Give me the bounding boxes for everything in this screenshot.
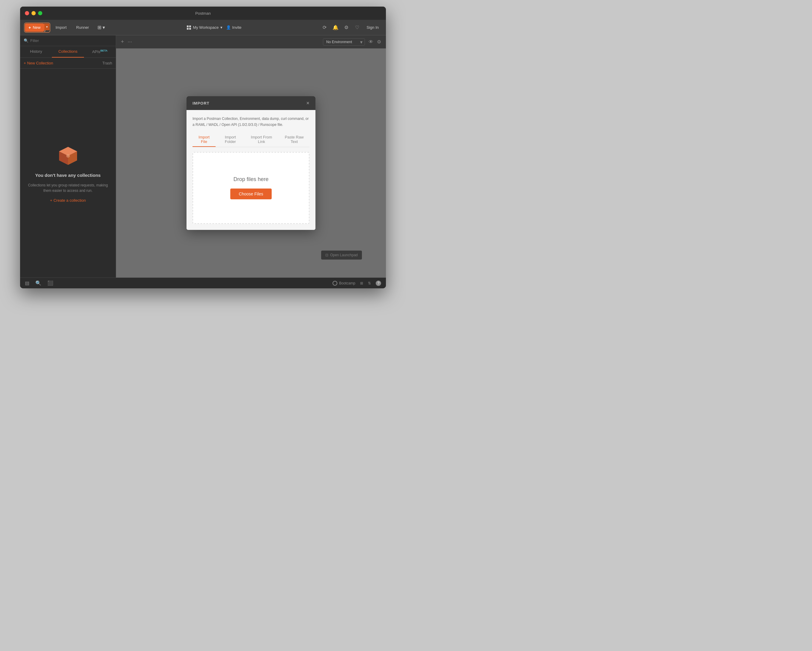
new-collection-label: New Collection [27,61,53,66]
workspace-icon [187,26,191,30]
search-status-icon[interactable]: 🔍 [35,280,41,286]
more-options-icon[interactable]: ··· [128,39,132,45]
bootcamp-icon [333,281,337,286]
content-toolbar-right: No Environment 👁 ⚙ [323,38,381,46]
search-wrapper: 🔍 [24,38,112,43]
minimize-button[interactable] [32,11,36,15]
choose-files-button[interactable]: Choose Files [230,189,272,199]
modal-title: IMPORT [192,101,210,105]
maximize-button[interactable] [38,11,42,15]
add-tab-icon[interactable]: + [121,39,124,45]
sidebar-tab-history[interactable]: History [20,46,52,58]
new-dropdown-button[interactable]: ▾ [44,23,49,30]
history-icon[interactable]: ⟳ [321,24,328,30]
collections-tab-label: Collections [58,49,78,53]
statusbar: ▤ 🔍 ⬛ Bootcamp ⊞ ⇅ ? [20,277,386,288]
invite-icon: 👤 [226,25,231,30]
drop-zone[interactable]: Drop files here Choose Files [192,152,310,224]
apis-tab-label: APIs [92,49,100,54]
eye-icon[interactable]: 👁 [368,39,373,45]
bootcamp-button[interactable]: Bootcamp [333,281,355,286]
history-tab-label: History [30,49,42,53]
content-area: IMPORT × Import a Postman Collection, En… [116,49,386,277]
modal-body: Import a Postman Collection, Environment… [186,110,316,230]
modal-tab-paste-raw[interactable]: Paste Raw Text [279,133,310,147]
import-modal: IMPORT × Import a Postman Collection, En… [186,96,316,230]
window-title: Postman [195,11,211,15]
new-collection-plus-icon: + [24,61,26,66]
statusbar-left: ▤ 🔍 ⬛ [25,280,53,286]
trash-button[interactable]: Trash [102,61,112,66]
workspace-chevron-icon: ▾ [220,25,223,30]
modal-tab-import-link[interactable]: Import From Link [245,133,278,147]
import-file-tab-label: Import File [198,135,210,144]
close-button[interactable] [25,11,29,15]
modal-description: Import a Postman Collection, Environment… [192,116,310,127]
sidebar-tabs: History Collections APIsBETA [20,46,116,58]
create-collection-button[interactable]: + Create a collection [50,198,86,203]
sidebar: 🔍 History Collections APIsBETA + New [20,35,116,277]
plus-icon: + [29,25,31,30]
sidebar-tab-collections[interactable]: Collections [52,46,84,58]
sidebar-actions: + New Collection Trash [20,58,116,69]
modal-close-button[interactable]: × [306,101,310,106]
environment-selector-wrapper: No Environment [323,38,365,46]
main-layout: 🔍 History Collections APIsBETA + New [20,35,386,277]
app-window: Postman + New ▾ Import Runner ⊞ ▾ My Wor… [20,7,386,288]
import-button[interactable]: Import [52,23,70,32]
invite-button[interactable]: 👤 Invite [226,25,241,30]
toolbar-center: My Workspace ▾ 👤 Invite [110,25,319,30]
svg-point-4 [66,154,70,158]
import-folder-tab-label: Import Folder [225,135,236,144]
new-collection-button[interactable]: + New Collection [24,61,53,66]
search-icon: 🔍 [24,38,29,43]
paste-raw-tab-label: Paste Raw Text [285,135,304,144]
modal-tabs: Import File Import Folder Import From Li… [192,133,310,147]
workspace-label: My Workspace [193,25,218,30]
modal-tab-import-folder[interactable]: Import Folder [217,133,244,147]
collections-icon [56,144,80,168]
new-button-wrapper: + New ▾ [25,23,49,32]
extra-toolbar-button[interactable]: ⊞ ▾ [95,23,107,32]
new-button-label: New [33,25,40,30]
sync-icon[interactable]: ⇅ [368,281,371,285]
modal-overlay: IMPORT × Import a Postman Collection, En… [116,49,386,277]
drop-zone-text: Drop files here [233,176,269,183]
create-collection-plus-icon: + [50,198,52,203]
create-collection-label: Create a collection [53,198,86,203]
help-icon[interactable]: ? [376,281,381,286]
workspace-button[interactable]: My Workspace ▾ [187,25,223,30]
search-input[interactable] [30,38,112,43]
modal-header: IMPORT × [186,96,316,110]
sidebar-search: 🔍 [20,35,116,46]
modal-tab-import-file[interactable]: Import File [192,133,215,147]
layout-icon[interactable]: ⊞ [360,281,363,285]
import-link-tab-label: Import From Link [251,135,272,144]
runner-button[interactable]: Runner [73,23,93,32]
toolbar-right: ⟳ 🔔 ⚙ ♡ Sign In [321,24,381,31]
environment-selector[interactable]: No Environment [323,38,365,46]
empty-state-description: Collections let you group related reques… [26,183,110,193]
content-toolbar: + ··· No Environment 👁 ⚙ [116,35,386,49]
sidebar-empty-state: You don't have any collections Collectio… [20,69,116,277]
notification-icon[interactable]: 🔔 [332,24,339,30]
empty-state-title: You don't have any collections [35,173,101,178]
invite-label: Invite [232,25,241,30]
heart-icon[interactable]: ♡ [354,24,361,30]
console-icon[interactable]: ⬛ [47,280,53,286]
settings-icon[interactable]: ⚙ [343,24,350,30]
sidebar-tab-apis[interactable]: APIsBETA [84,46,116,58]
beta-badge: BETA [101,49,108,52]
bootcamp-label: Bootcamp [339,281,355,285]
new-button[interactable]: + New [25,23,44,32]
sign-in-button[interactable]: Sign In [364,24,381,31]
settings-icon-2[interactable]: ⚙ [377,39,381,45]
main-toolbar: + New ▾ Import Runner ⊞ ▾ My Workspace ▾… [20,20,386,35]
statusbar-right: Bootcamp ⊞ ⇅ ? [333,281,381,286]
titlebar: Postman [20,7,386,20]
sidebar-toggle-icon[interactable]: ▤ [25,280,29,286]
traffic-lights [25,11,42,15]
main-content: + ··· No Environment 👁 ⚙ [116,35,386,277]
